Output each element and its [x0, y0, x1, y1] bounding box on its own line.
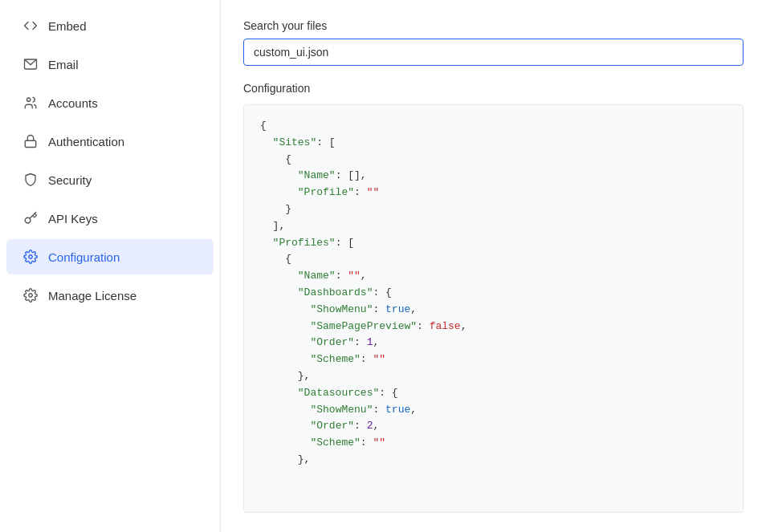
- code-line: "Datasources": {: [260, 385, 727, 402]
- code-line: "Name": "",: [260, 268, 727, 285]
- security-icon: [22, 172, 39, 188]
- code-line: "SamePagePreview": false,: [260, 319, 727, 335]
- code-line: "Dashboards": {: [260, 285, 727, 302]
- svg-point-5: [29, 294, 33, 298]
- sidebar-item-configuration-label: Configuration: [48, 250, 120, 264]
- search-input[interactable]: [243, 39, 744, 66]
- code-line: {: [260, 251, 727, 268]
- code-line: "Scheme": "": [260, 435, 727, 452]
- sidebar-item-authentication-label: Authentication: [48, 135, 124, 148]
- sidebar-item-configuration[interactable]: Configuration: [6, 239, 214, 274]
- sidebar-item-security-label: Security: [48, 173, 92, 187]
- sidebar-item-authentication[interactable]: Authentication: [6, 124, 214, 159]
- email-icon: [22, 56, 39, 72]
- code-block: { "Sites": [ { "Name": [], "Profile": ""…: [243, 104, 744, 513]
- sidebar-item-email[interactable]: Email: [6, 47, 214, 82]
- accounts-icon: [22, 95, 39, 111]
- sidebar-item-embed[interactable]: Embed: [6, 8, 214, 43]
- code-line: "Profiles": [: [260, 235, 727, 252]
- main-content: Search your files Configuration { "Sites…: [221, 0, 766, 532]
- config-label: Configuration: [243, 82, 744, 95]
- sidebar-item-accounts[interactable]: Accounts: [6, 85, 214, 120]
- code-line: }: [260, 201, 727, 218]
- embed-icon: [22, 18, 39, 34]
- sidebar-item-email-label: Email: [48, 58, 79, 71]
- api-keys-icon: [22, 210, 39, 226]
- code-line: "ShowMenu": true,: [260, 402, 727, 419]
- sidebar-item-manage-license-label: Manage License: [48, 289, 136, 303]
- code-line: },: [260, 368, 727, 385]
- manage-license-icon: [22, 287, 39, 303]
- code-line: "Order": 1,: [260, 335, 727, 351]
- code-line: "Scheme": "": [260, 351, 727, 368]
- svg-point-4: [29, 255, 33, 259]
- sidebar-item-api-keys-label: API Keys: [48, 212, 98, 225]
- code-line: "Profile": "": [260, 185, 727, 201]
- sidebar: Embed Email Accounts Au: [0, 0, 221, 532]
- code-line: "Sites": [: [260, 135, 727, 152]
- search-label: Search your files: [243, 19, 744, 32]
- sidebar-item-accounts-label: Accounts: [48, 96, 98, 110]
- code-line: "Name": [],: [260, 168, 727, 185]
- svg-point-1: [27, 98, 31, 102]
- code-line: {: [260, 152, 727, 169]
- sidebar-item-embed-label: Embed: [48, 19, 87, 33]
- code-line: {: [260, 118, 727, 135]
- code-line: },: [260, 452, 727, 469]
- authentication-icon: [22, 133, 39, 149]
- sidebar-item-api-keys[interactable]: API Keys: [6, 201, 214, 236]
- svg-point-3: [25, 217, 31, 223]
- code-line: "ShowMenu": true,: [260, 302, 727, 319]
- sidebar-item-manage-license[interactable]: Manage License: [6, 278, 214, 313]
- code-line: ],: [260, 218, 727, 235]
- svg-rect-2: [25, 140, 36, 147]
- sidebar-item-security[interactable]: Security: [6, 162, 214, 197]
- configuration-icon: [22, 249, 39, 265]
- code-line: "Order": 2,: [260, 418, 727, 435]
